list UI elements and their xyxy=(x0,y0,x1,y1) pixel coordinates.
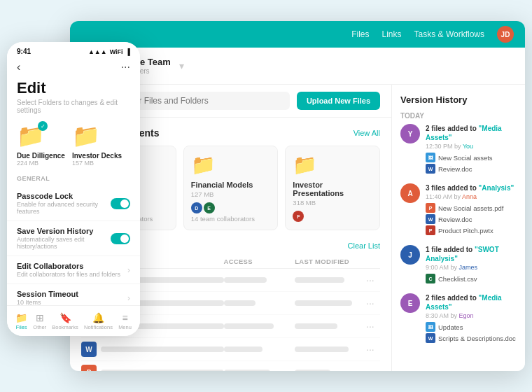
mobile-nav-other[interactable]: ⊞ Other xyxy=(33,312,46,330)
vh-action-3: 1 file added to "SWOT Analysis" xyxy=(426,245,517,263)
mobile-time: 9:41 xyxy=(17,48,31,55)
file-name-bar-4 xyxy=(101,346,224,352)
img-icon-1: 🖼 xyxy=(426,153,435,162)
financial-members: 14 team collaborators xyxy=(191,215,271,223)
investor-avatars: F xyxy=(293,211,372,222)
vh-action-2: 3 files added to "Analysis" xyxy=(426,183,514,192)
vh-target-3: "SWOT Analysis" xyxy=(426,246,499,262)
version-toggle[interactable] xyxy=(111,233,130,244)
mobile-setting-version[interactable]: Save Version History Automatically saves… xyxy=(7,221,140,256)
mobile-folder-icon-wrap-1: 📁 ✓ xyxy=(17,122,45,149)
collaborators-desc: Edit collaborators for files and folders xyxy=(17,271,120,278)
user-avatar[interactable]: JD xyxy=(497,26,514,43)
version-history-title: Version History xyxy=(400,94,517,105)
financial-size: 127 MB xyxy=(191,190,271,198)
mobile-general-label: GENERAL xyxy=(7,175,140,186)
passcode-lock-desc: Enable for advanced security features xyxy=(17,201,111,215)
folder-check-1: ✓ xyxy=(38,121,48,131)
row-options-4[interactable]: ··· xyxy=(366,344,380,355)
row-options-3[interactable]: ··· xyxy=(366,321,380,332)
file-modified-bar-5 xyxy=(295,370,330,371)
files-nav-label: Files xyxy=(16,324,27,330)
mobile-nav-notifications[interactable]: 🔔 Notifications xyxy=(84,312,113,330)
top-nav: Files Links Tasks & Workflows JD xyxy=(70,21,525,48)
menu-nav-label: Menu xyxy=(118,324,132,330)
vh-content-1: 2 files added to "Media Assets" 12:30 PM… xyxy=(426,124,517,175)
csv-icon-3: C xyxy=(426,274,435,284)
file-access-bar-3 xyxy=(224,323,274,329)
collaborators-chevron: › xyxy=(127,265,130,275)
file-name-cell-5: P xyxy=(81,365,224,371)
financial-folder-icon: 📁 xyxy=(191,153,271,176)
vh-content-2: 3 files added to "Analysis" 11:40 AM by … xyxy=(426,183,514,237)
avatar-4: D xyxy=(191,202,202,214)
collaborators-label: Edit Collaborators xyxy=(17,262,120,270)
folder-card-investor[interactable]: 📁 Investor Presentations 318 MB F xyxy=(285,146,380,230)
notifications-nav-icon: 🔔 xyxy=(92,312,104,323)
vh-file-1b: W Review.doc xyxy=(426,164,517,174)
mobile-setting-passcode[interactable]: Passcode Lock Enable for advanced securi… xyxy=(7,186,140,221)
bookmarks-nav-icon: 🔖 xyxy=(59,312,71,323)
vh-item-1: Y 2 files added to "Media Assets" 12:30 … xyxy=(400,124,517,175)
file-modified-bar-2 xyxy=(295,300,351,306)
passcode-lock-label: Passcode Lock xyxy=(17,192,111,200)
mobile-folder-item-1[interactable]: 📁 ✓ Due Dilligence 224 MB xyxy=(17,122,65,167)
mobile-folder-item-2[interactable]: 📁 Investor Decks 157 MB xyxy=(72,122,122,167)
mobile-folder-name-2: Investor Decks xyxy=(72,152,122,160)
mobile-nav-files[interactable]: 📁 Files xyxy=(15,312,27,330)
mobile-bottom-nav: 📁 Files ⊞ Other 🔖 Bookmarks 🔔 Notificati… xyxy=(7,305,140,336)
mobile-nav-menu[interactable]: ≡ Menu xyxy=(118,312,132,330)
pdf2-icon: P xyxy=(81,365,97,371)
file-access-bar-2 xyxy=(224,300,256,306)
folder-card-financial[interactable]: 📁 Financial Models 127 MB D E 14 team co… xyxy=(183,146,279,230)
vh-content-3: 1 file added to "SWOT Analysis" 9:00 AM … xyxy=(426,245,517,285)
back-button[interactable]: ‹ xyxy=(17,61,20,74)
mobile-status-bar: 9:41 ▲▲▲ WiFi ▐ xyxy=(7,42,140,58)
vh-avatar-4: E xyxy=(400,293,420,313)
vh-action-4: 2 files added to "Media Assets" xyxy=(426,293,517,312)
row-options-1[interactable]: ··· xyxy=(366,274,380,286)
ma-view-all[interactable]: View All xyxy=(354,129,380,137)
nav-links-link[interactable]: Links xyxy=(382,29,402,39)
ppt-icon-2c: P xyxy=(426,225,435,235)
upload-button[interactable]: Upload New Files xyxy=(297,92,380,110)
mobile-folder-size-1: 224 MB xyxy=(17,160,38,167)
row-options-2[interactable]: ··· xyxy=(366,298,380,309)
financial-name: Financial Models xyxy=(191,181,271,189)
financial-avatars: D E xyxy=(191,202,271,214)
vh-file-2c: P Product Pitch.pwtx xyxy=(426,225,514,235)
doc-icon-4b: W xyxy=(426,333,435,343)
file-modified-bar-4 xyxy=(295,346,348,352)
file-access-bar-5 xyxy=(224,370,270,371)
team-chevron-icon[interactable]: ▾ xyxy=(179,60,184,71)
passcode-toggle[interactable] xyxy=(111,198,130,209)
mobile-folder-icon-wrap-2: 📁 xyxy=(72,122,100,149)
file-name-bar-5 xyxy=(101,370,224,371)
table-row: W ··· xyxy=(81,338,380,361)
img-icon-4a: 🖼 xyxy=(426,322,435,332)
vh-time-3: 9:00 AM by James xyxy=(426,264,517,271)
vh-file-2b: W Review.doc xyxy=(426,214,514,224)
mobile-folder-name-1: Due Dilligence xyxy=(17,152,65,160)
vh-avatar-3: J xyxy=(400,245,420,265)
menu-nav-icon: ≡ xyxy=(122,312,127,323)
investor-folder-icon: 📁 xyxy=(293,153,372,176)
other-nav-icon: ⊞ xyxy=(36,312,44,323)
file-modified-bar-1 xyxy=(295,277,344,283)
nav-tasks-link[interactable]: Tasks & Workflows xyxy=(414,29,484,39)
mobile-nav-bookmarks[interactable]: 🔖 Bookmarks xyxy=(52,312,78,330)
nav-files-link[interactable]: Files xyxy=(351,29,369,39)
vh-target-4: "Media Assets" xyxy=(426,294,502,311)
vh-file-4b: W Scripts & Descriptions.doc xyxy=(426,333,517,343)
clear-list-button[interactable]: Clear List xyxy=(348,241,380,250)
investor-size: 318 MB xyxy=(293,199,372,206)
vh-file-4a: 🖼 Updates xyxy=(426,322,517,332)
version-history-panel: Version History TODAY Y 2 files added to… xyxy=(392,85,525,371)
row-options-5[interactable]: ··· xyxy=(366,367,380,371)
version-history-label: Save Version History xyxy=(17,227,111,235)
mobile-header: ‹ ··· xyxy=(7,58,140,79)
more-options-button[interactable]: ··· xyxy=(121,61,130,74)
mobile-setting-collaborators[interactable]: Edit Collaborators Edit collaborators fo… xyxy=(7,256,140,284)
avatar-5: E xyxy=(204,202,215,214)
vh-item-4: E 2 files added to "Media Assets" 8:30 A… xyxy=(400,293,517,344)
